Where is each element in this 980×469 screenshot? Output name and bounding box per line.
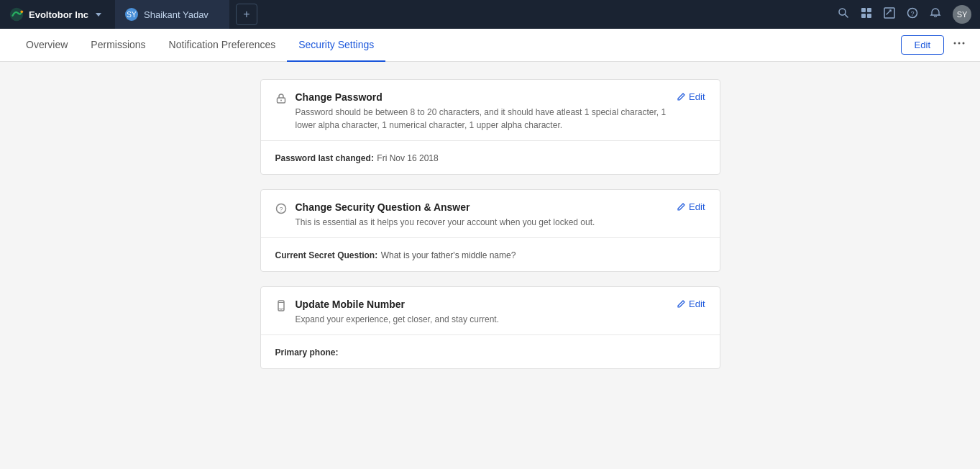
change-password-content: Change Password Password should be betwe… bbox=[296, 91, 669, 132]
change-password-title: Change Password bbox=[296, 91, 669, 103]
mobile-number-content: Update Mobile Number Expand your experie… bbox=[296, 299, 669, 326]
password-icon bbox=[275, 93, 287, 107]
svg-text:?: ? bbox=[910, 10, 914, 17]
header-edit-button[interactable]: Edit bbox=[901, 35, 944, 55]
change-password-description: Password should be between 8 to 20 chara… bbox=[296, 106, 669, 132]
logo-area[interactable]: Evoltobor Inc bbox=[9, 6, 109, 22]
security-question-edit-button[interactable]: Edit bbox=[677, 201, 705, 212]
tab-notification-preferences[interactable]: Notification Preferences bbox=[157, 29, 288, 62]
security-question-content: Change Security Question & Answer This i… bbox=[296, 201, 669, 229]
more-options-button[interactable] bbox=[953, 37, 966, 53]
navbar-actions: ? SY bbox=[838, 5, 971, 24]
change-password-body: Password last changed: Fri Nov 16 2018 bbox=[261, 141, 720, 174]
mobile-number-icon bbox=[275, 300, 287, 314]
user-avatar[interactable]: SY bbox=[953, 5, 971, 24]
notifications-icon[interactable] bbox=[930, 7, 941, 22]
mobile-number-card: Update Mobile Number Expand your experie… bbox=[260, 286, 720, 369]
search-icon[interactable] bbox=[838, 7, 849, 22]
top-navbar: Evoltobor Inc SY Shaikant Yadav + bbox=[0, 0, 980, 29]
svg-point-22 bbox=[280, 309, 281, 310]
security-question-icon: ? bbox=[275, 203, 287, 217]
svg-rect-7 bbox=[867, 14, 871, 18]
current-secret-question-label: Current Secret Question: bbox=[275, 250, 378, 260]
password-last-changed-value: Fri Nov 16 2018 bbox=[377, 153, 438, 163]
company-name: Evoltobor Inc bbox=[29, 9, 88, 20]
mobile-number-header: Update Mobile Number Expand your experie… bbox=[261, 287, 720, 335]
svg-point-12 bbox=[954, 42, 956, 45]
current-secret-question-value: What is your father's middle name? bbox=[381, 250, 516, 260]
user-avatar-small: SY bbox=[125, 8, 138, 21]
svg-rect-5 bbox=[867, 8, 871, 12]
tab-security-settings[interactable]: Security Settings bbox=[287, 29, 385, 62]
change-password-header: Change Password Password should be betwe… bbox=[261, 80, 720, 141]
mobile-number-title: Update Mobile Number bbox=[296, 299, 669, 310]
svg-text:?: ? bbox=[279, 206, 283, 213]
security-question-header: ? Change Security Question & Answer This… bbox=[261, 190, 720, 238]
mobile-number-edit-button[interactable]: Edit bbox=[677, 299, 705, 309]
svg-rect-6 bbox=[861, 14, 866, 18]
svg-rect-4 bbox=[861, 8, 866, 12]
password-last-changed-label: Password last changed: bbox=[275, 153, 374, 163]
company-dropdown-icon[interactable] bbox=[96, 13, 101, 17]
help-icon[interactable]: ? bbox=[907, 7, 918, 22]
mobile-number-body: Primary phone: bbox=[261, 335, 720, 368]
security-question-body: Current Secret Question: What is your fa… bbox=[261, 238, 720, 271]
security-question-title: Change Security Question & Answer bbox=[296, 201, 669, 213]
security-question-description: This is essential as it helps you recove… bbox=[296, 216, 669, 229]
change-password-edit-button[interactable]: Edit bbox=[677, 91, 705, 102]
change-password-card: Change Password Password should be betwe… bbox=[260, 79, 720, 175]
user-tab[interactable]: SY Shaikant Yadav bbox=[115, 0, 230, 29]
svg-line-9 bbox=[887, 10, 891, 14]
tab-overview[interactable]: Overview bbox=[14, 29, 79, 62]
primary-phone-label: Primary phone: bbox=[275, 347, 339, 358]
svg-point-14 bbox=[963, 42, 965, 45]
svg-line-3 bbox=[845, 14, 848, 17]
add-tab-button[interactable]: + bbox=[236, 4, 257, 25]
svg-point-13 bbox=[958, 42, 961, 45]
svg-point-1 bbox=[21, 11, 24, 14]
compose-icon[interactable] bbox=[884, 7, 895, 22]
mobile-number-description: Expand your experience, get closer, and … bbox=[296, 313, 669, 326]
modules-icon[interactable] bbox=[861, 7, 872, 22]
svg-rect-8 bbox=[884, 8, 894, 18]
security-question-card: ? Change Security Question & Answer This… bbox=[260, 189, 720, 272]
user-tab-name: Shaikant Yadav bbox=[144, 9, 209, 20]
svg-point-16 bbox=[280, 100, 282, 101]
sub-navigation: Overview Permissions Notification Prefer… bbox=[0, 29, 980, 62]
tab-permissions[interactable]: Permissions bbox=[79, 29, 157, 62]
main-content: Change Password Password should be betwe… bbox=[0, 62, 980, 469]
